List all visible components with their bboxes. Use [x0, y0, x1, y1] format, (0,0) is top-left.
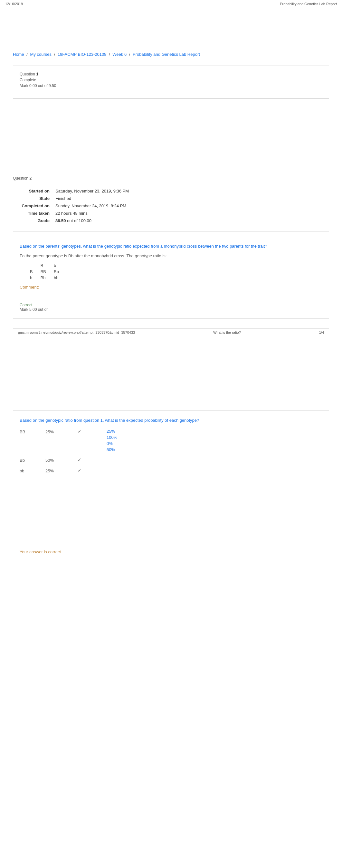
summary-started-row: Started on Saturday, November 23, 2019, … [13, 188, 329, 194]
question1-block: Question 1 Complete Mark 0.00 out of 9.5… [13, 65, 329, 99]
grade-number: 86.50 [56, 218, 66, 223]
punnett-cell-12: Bb [50, 269, 63, 275]
question1-number: 1 [36, 72, 38, 76]
grade-label: Grade [13, 217, 52, 224]
question2-number: 2 [29, 176, 32, 181]
q1-result: Correct [20, 303, 322, 307]
punnett-cell-22: bb [50, 275, 63, 281]
top-bar-title: Probability and Genetics Lab Report [280, 2, 337, 6]
punnett-cell-01: B [37, 262, 50, 269]
question1-header: Question 1 [20, 72, 322, 76]
q2-bottom-space [20, 554, 322, 587]
top-bar-date: 12/10/2019 [5, 2, 23, 6]
footer-what-ratio: What is the ratio? [213, 331, 241, 334]
q2-answer-bblower-percent: 50% [45, 457, 78, 463]
punnett-row-2: b Bb bb [26, 275, 63, 281]
punnett-row-0: B b [26, 262, 63, 269]
top-bar: 12/10/2019 Probability and Genetics Lab … [0, 0, 342, 8]
question1-label: Question [20, 72, 35, 76]
punnett-cell-21: Bb [37, 275, 50, 281]
punnett-cell-02: b [50, 262, 63, 269]
q1-content-block: Based on the parents' genotypes, what is… [13, 231, 329, 318]
q2-answer-bbsmall-percent: 25% [45, 468, 78, 473]
q1-answer-intro: Fo the parent genotype is Bb after the m… [20, 253, 322, 259]
summary-state-row: State Finished [13, 195, 329, 202]
timetaken-label: Time taken [13, 210, 52, 217]
q2-option-0: 0% [107, 441, 117, 446]
completed-label: Completed on [13, 203, 52, 209]
page-break-space [13, 336, 329, 401]
q2-answer-bb-small-row: bb 25% ✓ [20, 468, 322, 473]
q2-question-text: Based on the genotypic ratio from questi… [20, 417, 322, 424]
punnett-cell-11: BB [37, 269, 50, 275]
breadcrumb-mycourses[interactable]: My courses [30, 52, 52, 57]
page-header-area [0, 8, 342, 47]
state-label: State [13, 195, 52, 202]
q2-answer-bb-check: ✓ [78, 429, 87, 434]
comment-label: Comment: [20, 285, 322, 289]
q2-answer-bb-label: BB [20, 429, 45, 434]
punnett-row-1: B BB Bb [26, 269, 63, 275]
footer-bar-1: gmc.mrooms3.net/mod/quiz/review.php?atte… [13, 328, 329, 336]
breadcrumb-course[interactable]: 19FACMP BIO-123-20108 [58, 52, 107, 57]
summary-table: Started on Saturday, November 23, 2019, … [13, 187, 329, 225]
summary-timetaken-row: Time taken 22 hours 48 mins [13, 210, 329, 217]
q2-option-25: 25% [107, 429, 117, 434]
started-value: Saturday, November 23, 2019, 9:36 PM [53, 188, 329, 194]
punnett-cell-00 [26, 262, 37, 269]
punnett-cell-10: B [26, 269, 37, 275]
punnett-table: B b B BB Bb b Bb bb [26, 262, 63, 281]
state-value: Finished [53, 195, 329, 202]
q2-option-100: 100% [107, 435, 117, 440]
q2-options-col: 25% 100% 0% 50% [107, 429, 117, 452]
q2-answer-bb-row: BB 25% ✓ 25% 100% 0% 50% [20, 429, 322, 452]
q1-result-mark: Mark 5.00 out of [20, 307, 322, 312]
question2-content-block: Based on the genotypic ratio from questi… [13, 410, 329, 593]
breadcrumb-current[interactable]: Probability and Genetics Lab Report [133, 52, 200, 57]
timetaken-value: 22 hours 48 mins [53, 210, 329, 217]
between-questions [13, 112, 329, 176]
breadcrumb-home[interactable]: Home [13, 52, 24, 57]
grade-max: out of 100.00 [67, 218, 92, 223]
q2-answer-bbsmall-label: bb [20, 468, 45, 473]
breadcrumb-week[interactable]: Week 6 [112, 52, 127, 57]
question1-status: Complete [20, 78, 322, 82]
q2-correct-message: Your answer is correct. [20, 550, 322, 554]
q2-option-50: 50% [107, 447, 117, 452]
q2-answer-bblower-check: ✓ [78, 457, 87, 462]
breadcrumb: Home / My courses / 19FACMP BIO-123-2010… [0, 47, 342, 62]
started-label: Started on [13, 188, 52, 194]
q2-space [20, 478, 322, 543]
q2-answer-bblower-row: Bb 50% ✓ [20, 457, 322, 463]
q1-question-text: Based on the parents' genotypes, what is… [20, 243, 322, 250]
question2-header: Question 2 [13, 176, 329, 181]
q2-answer-bblower-label: Bb [20, 457, 45, 463]
q2-answer-bbsmall-check: ✓ [78, 468, 87, 473]
question2-label: Question [13, 176, 28, 181]
footer-page: 1/4 [319, 331, 324, 334]
grade-value: 86.50 out of 100.00 [53, 217, 329, 224]
summary-completed-row: Completed on Sunday, November 24, 2019, … [13, 203, 329, 209]
punnett-cell-20: b [26, 275, 37, 281]
question1-mark: Mark 0.00 out of 9.50 [20, 84, 322, 88]
footer-url: gmc.mrooms3.net/mod/quiz/review.php?atte… [18, 331, 135, 334]
main-content: Question 1 Complete Mark 0.00 out of 9.5… [0, 62, 342, 606]
q1-divider [20, 296, 322, 296]
q2-answer-bb-percent: 25% [45, 429, 78, 434]
completed-value: Sunday, November 24, 2019, 8:24 PM [53, 203, 329, 209]
summary-grade-row: Grade 86.50 out of 100.00 [13, 217, 329, 224]
